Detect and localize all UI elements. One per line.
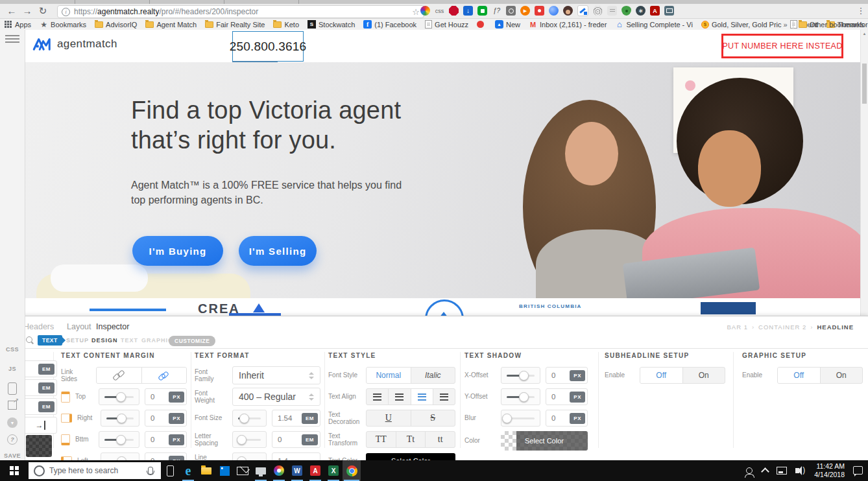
link-sides-toggle[interactable]	[96, 367, 187, 384]
link-sides-button[interactable]	[142, 368, 187, 383]
gear-extension-icon[interactable]: ∗	[636, 6, 645, 16]
bookmark-get-houzz[interactable]: Get Houzz	[425, 20, 468, 29]
url-text[interactable]: https://agentmatch.realty/pro/#/headers/…	[74, 7, 412, 16]
hero-headline[interactable]: Find a top Victoria agent that’s right f…	[131, 96, 442, 155]
font-style-toggle[interactable]: Normal Italic	[366, 367, 455, 384]
breadcrumb-bar1[interactable]: BAR 1	[727, 323, 747, 331]
action-center-icon[interactable]	[853, 466, 863, 475]
taskbar-excel-app[interactable]: X	[324, 460, 343, 481]
site-logo[interactable]: agentmatch	[32, 37, 117, 51]
align-right-button[interactable]	[411, 389, 433, 405]
margin-right-slider[interactable]	[101, 410, 139, 427]
text-align-toggle[interactable]	[366, 388, 455, 405]
taskbar-chrome-app[interactable]	[343, 460, 361, 481]
taskbar-acrobat-app[interactable]: A	[306, 460, 324, 481]
js-tool-button[interactable]: JS	[0, 366, 25, 372]
page-info-icon[interactable]: i	[62, 8, 70, 16]
bookmark-advisoriq[interactable]: AdvisorIQ	[95, 20, 137, 29]
margin-right-value[interactable]: 0PX	[145, 410, 187, 427]
margin-top-slider[interactable]	[99, 388, 139, 405]
other-bookmarks[interactable]: Other bookmarks	[799, 20, 864, 29]
letter-spacing-slider[interactable]	[232, 431, 267, 448]
x-offset-value[interactable]: 0PX	[546, 367, 588, 384]
camera-extension-icon[interactable]	[506, 6, 516, 16]
bookmark-unlabeled[interactable]	[477, 21, 487, 28]
search-icon[interactable]	[26, 336, 32, 343]
shield-extension-icon[interactable]	[621, 6, 631, 16]
element-type-tag[interactable]: TEXT	[38, 335, 62, 346]
color-wheel-extension-icon[interactable]	[420, 6, 430, 16]
refresh-icon[interactable]: ↻	[36, 5, 49, 18]
taskbar-edge-app[interactable]: e	[179, 460, 197, 481]
collapse-panel-icon[interactable]: ▼	[0, 417, 25, 428]
bookmark-gold-silver[interactable]: $Gold, Silver, Gold Pric	[701, 21, 782, 29]
bookmark-apps[interactable]: Apps	[4, 20, 31, 29]
font-size-slider[interactable]	[232, 410, 267, 427]
subtab-setup[interactable]: SETUP	[66, 337, 89, 344]
lowercase-button[interactable]: tt	[426, 432, 455, 447]
export-icon[interactable]	[0, 401, 25, 410]
font-style-normal[interactable]: Normal	[367, 368, 411, 383]
bookmark-fair-realty[interactable]: Fair Realty Site	[205, 20, 265, 29]
bookmark-bookmarks[interactable]: ★Bookmarks	[40, 20, 86, 29]
margin-bottom-slider[interactable]	[99, 431, 139, 448]
bookmark-selling-complete[interactable]: ⌂Selling Complete - Vi	[615, 20, 693, 29]
address-bar[interactable]: i https://agentmatch.realty/pro/#/header…	[57, 5, 424, 18]
align-left-button[interactable]	[367, 389, 389, 405]
clipped-color-swatch[interactable]	[26, 435, 52, 457]
taskbar-word-app[interactable]: W	[288, 460, 306, 481]
taskbar-mail-app[interactable]	[234, 460, 252, 481]
capitalize-button[interactable]: Tt	[396, 432, 426, 447]
red-extension-icon[interactable]	[535, 6, 544, 16]
scrollbar-thumb[interactable]	[862, 64, 867, 104]
fn-help-extension-icon[interactable]: ƒ?	[492, 6, 501, 16]
css-extension-icon[interactable]: css	[435, 6, 444, 16]
taskbar-search-input[interactable]: Type here to search	[29, 462, 161, 479]
uppercase-button[interactable]: TT	[367, 432, 396, 447]
adblock-extension-icon[interactable]	[449, 6, 459, 16]
hero-subtext[interactable]: Agent Match™ is a 100% FREE service that…	[131, 178, 410, 207]
align-center-button[interactable]	[389, 389, 411, 405]
bookmark-new[interactable]: ▲New	[495, 20, 520, 29]
browser-menu-icon[interactable]: ⋮	[856, 5, 865, 18]
css-tool-button[interactable]: CSS	[0, 346, 25, 353]
shadow-color-button[interactable]: Select Color	[501, 431, 588, 451]
save-button[interactable]: SAVE	[0, 452, 25, 459]
graphic-off-button[interactable]: Off	[778, 368, 821, 383]
breadcrumb-headline[interactable]: HEADLINE	[817, 323, 854, 331]
margin-top-value[interactable]: 0PX	[145, 388, 187, 405]
hamburger-menu-icon[interactable]	[5, 35, 19, 44]
bookmark-facebook[interactable]: f(1) Facebook	[363, 20, 416, 29]
im-buying-button[interactable]: I'm Buying	[132, 236, 223, 266]
start-button[interactable]	[0, 460, 29, 481]
swirl-extension-icon[interactable]	[549, 6, 559, 16]
scroll-up-icon[interactable]: ▲	[861, 32, 868, 36]
subheadline-enable-toggle[interactable]: Off On	[640, 367, 725, 384]
strikethrough-button[interactable]: S	[411, 410, 455, 426]
fingerprint-extension-icon[interactable]	[593, 6, 603, 16]
taskbar-phone-app[interactable]	[161, 460, 179, 481]
taskbar-monitor-app[interactable]	[252, 460, 270, 481]
subtab-customize[interactable]: CUSTOMIZE	[169, 336, 215, 346]
graphic-on-button[interactable]: On	[821, 368, 863, 383]
device-preview-icon[interactable]	[0, 382, 25, 395]
tab-inspector[interactable]: Inspector	[96, 322, 129, 331]
pen-picker-extension-icon[interactable]	[577, 5, 588, 16]
x-offset-slider[interactable]	[501, 367, 540, 384]
subtab-text[interactable]: TEXT	[121, 337, 138, 344]
underline-button[interactable]: U	[367, 410, 411, 426]
font-family-select[interactable]: Inherit	[232, 366, 320, 384]
speaker-icon[interactable]	[795, 468, 799, 473]
im-selling-button[interactable]: I'm Selling	[239, 236, 317, 266]
letter-spacing-value[interactable]: 0EM	[272, 431, 320, 448]
clipped-arrow-button[interactable]: →	[23, 417, 57, 434]
y-offset-slider[interactable]	[501, 388, 540, 405]
download-extension-icon[interactable]: ↓	[463, 6, 473, 16]
text-transform-toggle[interactable]: TT Tt tt	[366, 431, 455, 448]
play-extension-icon[interactable]: ▶	[520, 6, 530, 16]
subtab-design[interactable]: DESIGN	[91, 337, 118, 344]
people-icon[interactable]	[746, 467, 753, 474]
bookmark-agent-match[interactable]: Agent Match	[145, 20, 197, 29]
blur-slider[interactable]	[501, 410, 540, 427]
bookmarks-overflow-icon[interactable]: »	[784, 21, 788, 29]
